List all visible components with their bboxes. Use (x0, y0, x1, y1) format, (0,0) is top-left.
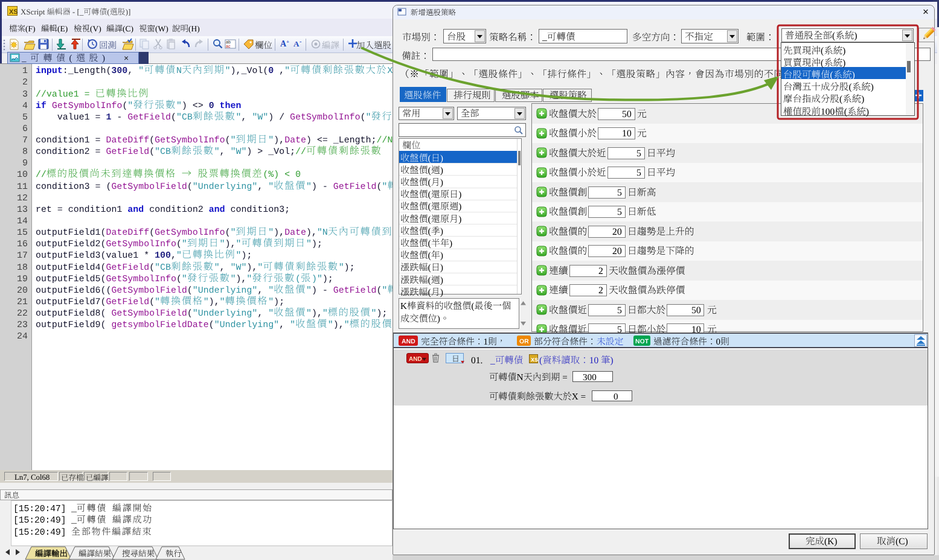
svg-text:ab: ab (226, 40, 231, 44)
svg-text:+: + (286, 39, 289, 45)
svg-text:ac: ac (226, 44, 231, 48)
svg-text:A: A (293, 39, 300, 48)
svg-text:-: - (300, 38, 301, 45)
